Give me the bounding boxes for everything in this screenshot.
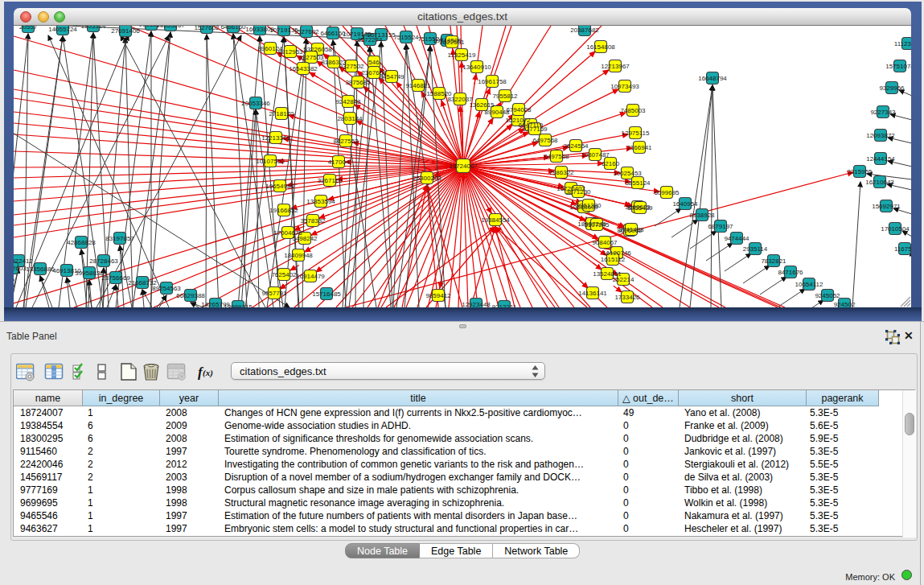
svg-text:17004678: 17004678 <box>273 229 302 237</box>
svg-text:16961758: 16961758 <box>478 78 507 85</box>
svg-text:39958838: 39958838 <box>75 270 104 277</box>
svg-text:6099695: 6099695 <box>654 189 680 196</box>
svg-text:9777169: 9777169 <box>522 126 548 133</box>
svg-text:18409948: 18409948 <box>284 252 313 259</box>
svg-text:8755439: 8755439 <box>627 204 653 212</box>
svg-text:10654112: 10654112 <box>795 281 824 288</box>
svg-text:89254563: 89254563 <box>152 285 181 292</box>
svg-text:13640910: 13640910 <box>462 64 491 71</box>
svg-text:3215955: 3215955 <box>847 168 873 175</box>
svg-text:13999315: 13999315 <box>224 303 253 307</box>
svg-text:3741438: 3741438 <box>618 226 644 233</box>
svg-text:12923448: 12923448 <box>462 301 491 307</box>
svg-text:8454749: 8454749 <box>379 73 405 80</box>
svg-text:5855124: 5855124 <box>625 179 651 187</box>
svg-text:3572274: 3572274 <box>357 36 383 43</box>
svg-text:9212211: 9212211 <box>492 303 517 307</box>
svg-text:2622631: 2622631 <box>439 39 465 46</box>
svg-text:10107553: 10107553 <box>256 158 285 165</box>
svg-text:14136141: 14136141 <box>578 290 607 297</box>
svg-text:9245052: 9245052 <box>815 292 840 299</box>
svg-text:19654985: 19654985 <box>265 183 294 190</box>
svg-text:12213967: 12213967 <box>601 63 630 70</box>
svg-text:6879197: 6879197 <box>708 223 733 230</box>
svg-text:1905314: 1905314 <box>80 26 106 30</box>
svg-text:83197857: 83197857 <box>105 235 134 242</box>
svg-text:1527602: 1527602 <box>294 28 319 35</box>
svg-text:16543382: 16543382 <box>289 65 318 72</box>
svg-text:7955812: 7955812 <box>492 93 518 100</box>
svg-text:14055724: 14055724 <box>48 26 77 33</box>
svg-text:116753: 116753 <box>894 245 911 253</box>
svg-text:2935114: 2935114 <box>743 245 768 253</box>
svg-text:8938928: 8938928 <box>689 212 715 219</box>
svg-text:6497568: 6497568 <box>544 153 569 160</box>
svg-text:25300203: 25300203 <box>413 175 441 182</box>
svg-text:9961380: 9961380 <box>576 202 602 209</box>
svg-text:11325419: 11325419 <box>448 51 477 59</box>
svg-text:9146821: 9146821 <box>405 82 431 89</box>
svg-text:20053346: 20053346 <box>241 100 270 107</box>
svg-text:3267110: 3267110 <box>318 177 343 184</box>
svg-text:8471676: 8471676 <box>778 269 803 276</box>
svg-text:12213369: 12213369 <box>261 134 290 142</box>
svg-text:(x): (x) <box>203 368 213 378</box>
svg-text:2718170: 2718170 <box>269 110 294 117</box>
svg-text:9227343: 9227343 <box>870 109 896 116</box>
svg-text:16914479: 16914479 <box>296 273 325 280</box>
svg-text:7485003: 7485003 <box>620 107 646 114</box>
svg-text:15692971: 15692971 <box>872 203 901 210</box>
svg-text:13356886: 13356886 <box>26 266 55 273</box>
svg-text:417004: 417004 <box>328 159 350 166</box>
svg-text:10553267: 10553267 <box>156 26 185 29</box>
svg-text:7832821: 7832821 <box>761 257 786 265</box>
svg-text:19166852: 19166852 <box>269 207 298 214</box>
svg-text:16154808: 16154808 <box>586 43 615 51</box>
svg-text:6794028: 6794028 <box>506 106 532 113</box>
svg-text:12444154: 12444154 <box>866 155 895 163</box>
svg-text:11123344: 11123344 <box>894 40 911 47</box>
svg-text:6466160: 6466160 <box>220 26 246 31</box>
svg-text:12093872: 12093872 <box>866 132 895 139</box>
svg-text:20557: 20557 <box>19 26 38 31</box>
svg-text:17010504: 17010504 <box>881 225 910 233</box>
svg-text:16210643: 16210643 <box>865 179 894 186</box>
svg-text:9084067: 9084067 <box>592 239 618 246</box>
svg-text:3578332: 3578332 <box>300 217 326 225</box>
svg-text:1615112: 1615112 <box>601 256 626 263</box>
svg-text:7986322: 7986322 <box>548 169 574 176</box>
svg-text:1527602: 1527602 <box>194 26 220 31</box>
svg-text:5107245: 5107245 <box>584 221 610 229</box>
svg-text:9474444: 9474444 <box>724 235 749 242</box>
svg-text:23756669: 23756669 <box>101 274 130 282</box>
svg-text:20387682: 20387682 <box>570 27 599 34</box>
svg-text:18724007: 18724007 <box>449 163 478 170</box>
svg-text:1733426: 1733426 <box>614 294 640 301</box>
svg-text:12975115: 12975115 <box>622 130 651 137</box>
svg-text:13353594: 13353594 <box>306 198 335 205</box>
svg-text:95822412: 95822412 <box>14 257 33 265</box>
svg-text:28728463: 28728463 <box>89 257 118 265</box>
svg-text:9327502: 9327502 <box>339 63 364 70</box>
svg-text:3871230: 3871230 <box>565 188 591 196</box>
svg-text:10973493: 10973493 <box>610 83 639 90</box>
svg-text:16648794: 16648794 <box>698 75 727 82</box>
svg-text:6497568: 6497568 <box>532 137 558 144</box>
svg-text:3624554: 3624554 <box>563 142 589 150</box>
svg-text:9329966: 9329966 <box>879 84 905 92</box>
svg-text:9859412: 9859412 <box>425 292 451 299</box>
svg-text:62160: 62160 <box>602 160 620 167</box>
svg-text:15751074: 15751074 <box>885 63 911 70</box>
svg-text:42868828: 42868828 <box>67 239 96 246</box>
svg-text:8427552: 8427552 <box>333 138 359 145</box>
svg-text:2166941: 2166941 <box>626 144 652 151</box>
svg-text:66629388: 66629388 <box>176 292 205 299</box>
svg-text:1640954: 1640954 <box>672 200 698 208</box>
svg-text:924502: 924502 <box>834 301 856 307</box>
svg-text:1362615: 1362615 <box>469 101 495 109</box>
svg-text:19384554: 19384554 <box>481 216 510 224</box>
svg-text:2803144: 2803144 <box>337 115 363 122</box>
svg-text:7625402: 7625402 <box>271 271 297 278</box>
svg-text:10025453: 10025453 <box>613 170 642 177</box>
svg-text:15716485: 15716485 <box>312 290 341 298</box>
